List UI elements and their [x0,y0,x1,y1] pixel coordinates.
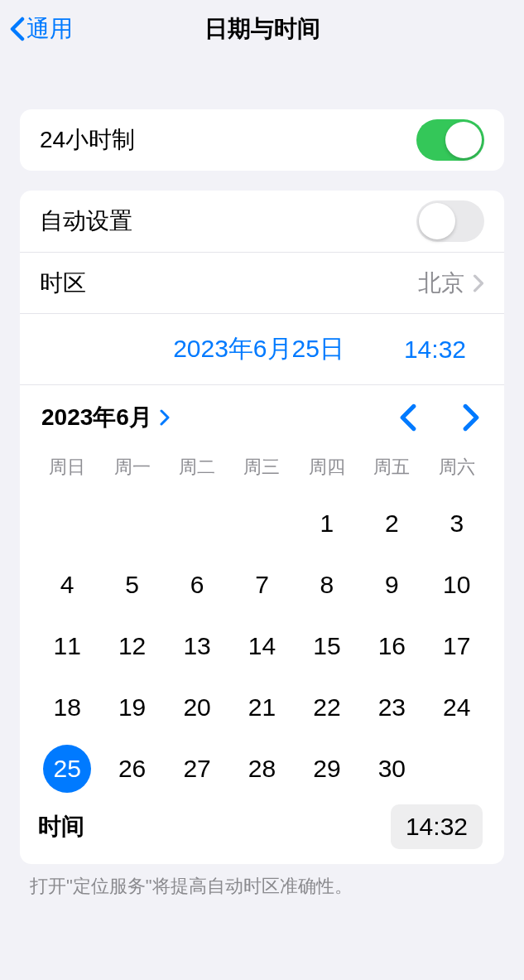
calendar-day[interactable]: 30 [359,738,424,799]
calendar-day[interactable]: 17 [425,616,489,677]
calendar-day[interactable]: 20 [165,677,229,738]
calendar-weekday: 周四 [295,450,359,493]
back-button[interactable]: 通用 [8,13,73,45]
calendar-day[interactable]: 16 [359,616,424,677]
label-timezone: 时区 [40,268,418,299]
calendar-day[interactable]: 8 [295,554,359,616]
calendar: 2023年6月 周日周一周二周三周四周五周六123456789101112131… [20,384,504,864]
footnote: 打开"定位服务"将提高自动时区准确性。 [30,874,494,899]
label-auto-set: 自动设置 [40,205,416,237]
value-timezone: 北京 [418,268,464,299]
calendar-day[interactable]: 15 [295,616,359,677]
calendar-day[interactable]: 7 [229,554,294,616]
calendar-day[interactable]: 12 [99,616,164,677]
calendar-empty-cell [35,493,99,554]
calendar-day[interactable]: 9 [359,554,424,616]
calendar-day[interactable]: 26 [99,738,164,799]
calendar-day[interactable]: 25 [35,738,99,799]
calendar-month-button[interactable]: 2023年6月 [41,402,171,433]
row-date-time-display: 2023年6月25日 14:32 [20,313,504,384]
row-24-hour: 24小时制 [20,109,504,171]
calendar-day[interactable]: 29 [295,738,359,799]
calendar-day[interactable]: 5 [99,554,164,616]
label-24-hour: 24小时制 [40,124,416,156]
calendar-day[interactable]: 11 [35,616,99,677]
calendar-weekday: 周六 [425,450,489,493]
row-timezone[interactable]: 时区 北京 [20,252,504,313]
calendar-prev-button[interactable] [397,403,420,432]
back-label: 通用 [26,13,73,45]
time-pill[interactable]: 14:32 [391,329,479,370]
calendar-day[interactable]: 28 [229,738,294,799]
calendar-day[interactable]: 1 [295,493,359,554]
calendar-day[interactable]: 4 [35,554,99,616]
calendar-next-button[interactable] [459,403,483,432]
calendar-empty-cell [165,493,229,554]
row-auto-set: 自动设置 [20,191,504,252]
switch-24-hour[interactable] [416,119,484,161]
calendar-weekday: 周三 [229,450,294,493]
calendar-empty-cell [229,493,294,554]
calendar-day[interactable]: 27 [165,738,229,799]
calendar-day[interactable]: 13 [165,616,229,677]
chevron-right-icon [159,409,171,426]
calendar-month-label: 2023年6月 [41,402,152,433]
calendar-weekday: 周五 [359,450,424,493]
page-title: 日期与时间 [204,13,320,45]
calendar-day[interactable]: 18 [35,677,99,738]
chevron-left-icon [8,17,26,41]
calendar-weekday: 周日 [35,450,99,493]
calendar-day[interactable]: 3 [425,493,489,554]
switch-knob [419,203,455,239]
switch-auto-set[interactable] [416,200,484,242]
calendar-day[interactable]: 21 [229,677,294,738]
calendar-day[interactable]: 10 [425,554,489,616]
switch-knob [445,122,482,158]
time-row-value[interactable]: 14:32 [391,804,483,849]
time-row-label: 时间 [38,811,391,842]
chevron-right-icon [473,274,484,292]
calendar-day[interactable]: 6 [165,554,229,616]
calendar-day[interactable]: 19 [99,677,164,738]
date-pill[interactable]: 2023年6月25日 [160,326,358,373]
calendar-weekday: 周一 [99,450,164,493]
calendar-day[interactable]: 2 [359,493,424,554]
calendar-day[interactable]: 22 [295,677,359,738]
calendar-day[interactable]: 23 [359,677,424,738]
calendar-day[interactable]: 24 [425,677,489,738]
calendar-weekday: 周二 [165,450,229,493]
calendar-empty-cell [99,493,164,554]
calendar-day[interactable]: 14 [229,616,294,677]
